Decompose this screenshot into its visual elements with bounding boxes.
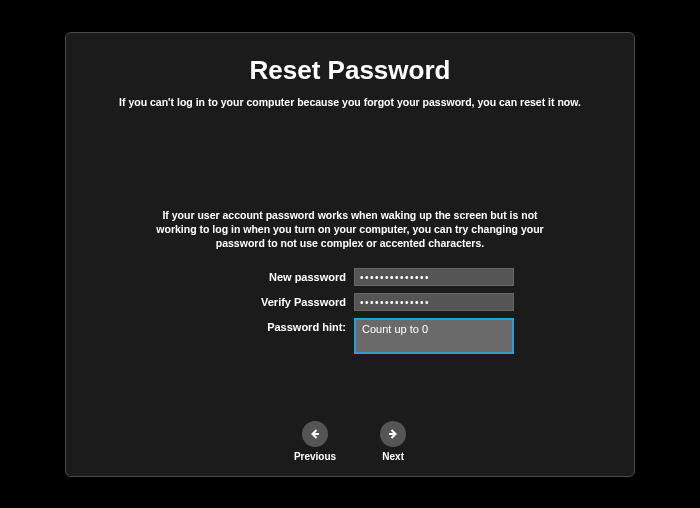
password-form: New password •••••••••••••• Verify Passw…	[96, 268, 604, 354]
arrow-left-icon	[302, 421, 328, 447]
next-label: Next	[382, 451, 404, 462]
password-hint-label: Password hint:	[186, 318, 346, 333]
next-button[interactable]: Next	[380, 421, 406, 462]
info-text: If your user account password works when…	[155, 208, 545, 251]
verify-password-label: Verify Password	[186, 293, 346, 308]
password-hint-row: Password hint:	[186, 318, 514, 354]
previous-button[interactable]: Previous	[294, 421, 336, 462]
new-password-row: New password ••••••••••••••	[186, 268, 514, 286]
verify-password-row: Verify Password ••••••••••••••	[186, 293, 514, 311]
navigation-buttons: Previous Next	[66, 421, 634, 462]
verify-password-input[interactable]: ••••••••••••••	[354, 293, 514, 311]
page-title: Reset Password	[96, 55, 604, 86]
arrow-right-icon	[380, 421, 406, 447]
page-subtitle: If you can't log in to your computer bec…	[96, 96, 604, 108]
reset-password-panel: Reset Password If you can't log in to yo…	[65, 32, 635, 477]
new-password-label: New password	[186, 268, 346, 283]
password-hint-input[interactable]	[354, 318, 514, 354]
previous-label: Previous	[294, 451, 336, 462]
new-password-input[interactable]: ••••••••••••••	[354, 268, 514, 286]
